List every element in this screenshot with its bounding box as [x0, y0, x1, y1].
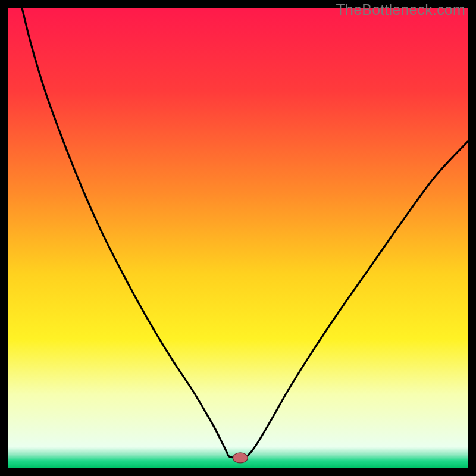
bottleneck-chart: [8, 8, 468, 468]
gradient-background: [8, 8, 468, 468]
optimal-marker: [233, 453, 248, 463]
chart-frame: [8, 8, 468, 468]
watermark-text: TheBottleneck.com: [336, 1, 465, 18]
